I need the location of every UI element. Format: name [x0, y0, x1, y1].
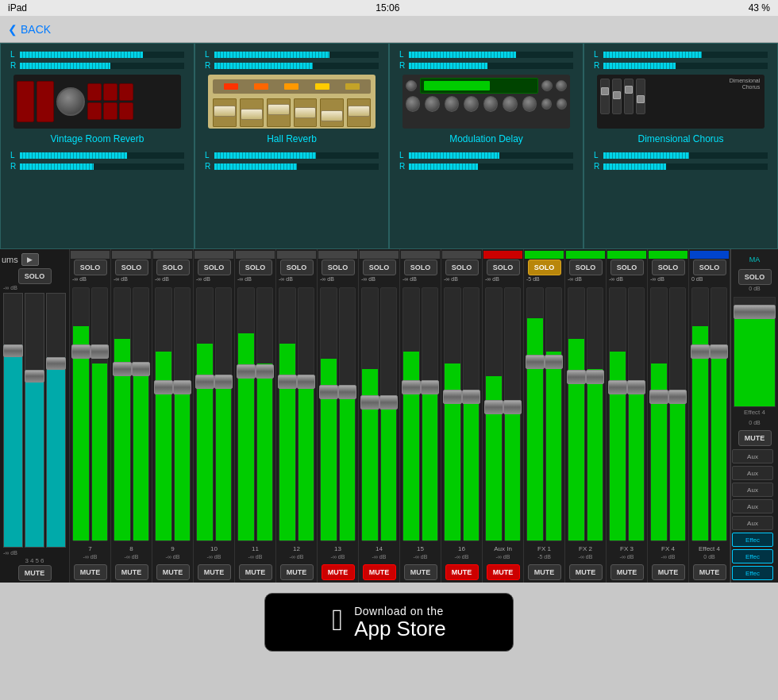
mute-btn-9[interactable]: MUTE [156, 564, 190, 580]
fader-thumb-7-0[interactable] [71, 344, 91, 359]
fader-track-Effect 4-0[interactable] [691, 287, 709, 541]
fader-track-13-1[interactable] [339, 287, 356, 541]
fader-track-14-0[interactable] [361, 287, 379, 541]
fader-track-7-1[interactable] [91, 287, 109, 541]
fader-thumb-FX 1-1[interactable] [545, 355, 564, 369]
fader-track-FX 1-0[interactable] [526, 287, 544, 541]
hr-fader-1[interactable] [213, 98, 237, 127]
hr-fader-2[interactable] [240, 98, 264, 127]
dc-slider-2[interactable] [612, 79, 622, 114]
mute-btn-16[interactable]: MUTE [445, 564, 479, 580]
md-knob-1[interactable] [406, 80, 417, 91]
mute-btn-Effect 4[interactable]: MUTE [693, 564, 726, 580]
md-knob-sm-extra-1[interactable] [541, 98, 552, 110]
mute-btn-7[interactable]: MUTE [74, 564, 107, 580]
device-vrr[interactable] [13, 75, 182, 129]
fader-track-8-0[interactable] [114, 287, 131, 541]
dc-slider-1[interactable] [600, 79, 610, 114]
md-knob-lg-3[interactable] [445, 96, 460, 112]
fader-track-16-0[interactable] [444, 287, 461, 541]
fader-track-9-1[interactable] [174, 287, 191, 541]
md-knob-lg-6[interactable] [503, 96, 518, 112]
fader-track-FX 4-0[interactable] [650, 287, 668, 541]
fader-thumb-11-1[interactable] [256, 364, 275, 379]
fader-track-FX 1-1[interactable] [545, 287, 563, 541]
fader-thumb-9-0[interactable] [154, 380, 173, 394]
md-knob-lg-4[interactable] [464, 96, 479, 112]
fader-thumb-10-1[interactable] [214, 375, 233, 389]
fader-thumb-FX 3-0[interactable] [608, 380, 627, 394]
fader-thumb-Aux In-1[interactable] [503, 400, 522, 414]
fader-thumb-Effect 4-1[interactable] [710, 344, 729, 359]
mini-fader-left-3[interactable] [46, 293, 66, 548]
fader-track-8-1[interactable] [133, 287, 150, 541]
fader-thumb-9-1[interactable] [173, 380, 192, 394]
mute-btn-11[interactable]: MUTE [239, 564, 272, 580]
solo-btn-7[interactable]: SOLO [74, 260, 107, 275]
device-md[interactable] [402, 75, 571, 129]
mini-fader-left-1[interactable] [3, 293, 23, 548]
mute-btn-10[interactable]: MUTE [198, 564, 231, 580]
fader-thumb-13-1[interactable] [338, 385, 357, 399]
fader-track-11-1[interactable] [256, 287, 274, 541]
fader-thumb-16-0[interactable] [443, 390, 462, 404]
fader-thumb-Aux In-0[interactable] [484, 400, 503, 414]
mute-btn-master[interactable]: MUTE [738, 430, 772, 446]
solo-btn-13[interactable]: SOLO [322, 260, 355, 275]
mute-btn-13[interactable]: MUTE [322, 564, 355, 580]
mini-fader-left-2[interactable] [25, 293, 44, 548]
fader-track-FX 4-1[interactable] [669, 287, 687, 541]
fader-track-Aux In-1[interactable] [504, 287, 522, 541]
fader-thumb-7-1[interactable] [91, 344, 110, 359]
back-button[interactable]: ❮ BACK [8, 23, 51, 36]
fader-thumb-15-1[interactable] [421, 380, 440, 394]
device-dc[interactable]: DimensionalChorus [597, 75, 765, 129]
fader-track-11-0[interactable] [237, 287, 255, 541]
solo-btn-8[interactable]: SOLO [115, 260, 148, 275]
fader-track-13-0[interactable] [320, 287, 337, 541]
fader-track-10-0[interactable] [196, 287, 214, 541]
mute-btn-left[interactable]: MUTE [18, 565, 52, 581]
hr-fader-3[interactable] [267, 98, 291, 127]
solo-btn-16[interactable]: SOLO [445, 260, 479, 275]
mute-btn-15[interactable]: MUTE [404, 564, 437, 580]
play-button[interactable]: ▶ [21, 253, 39, 266]
md-knob-lg-1[interactable] [406, 96, 421, 112]
mini-fader-thumb-2[interactable] [25, 370, 44, 383]
effect-panel-hr[interactable]: L R [194, 43, 389, 249]
mute-btn-14[interactable]: MUTE [363, 564, 396, 580]
master-fader-thumb[interactable] [734, 305, 776, 319]
solo-btn-9[interactable]: SOLO [156, 260, 190, 275]
solo-btn-FX 3[interactable]: SOLO [610, 260, 644, 275]
fader-thumb-12-0[interactable] [278, 375, 297, 389]
fader-thumb-11-0[interactable] [237, 364, 256, 379]
fader-track-12-1[interactable] [298, 287, 315, 541]
mute-btn-FX 3[interactable]: MUTE [610, 564, 644, 580]
aux-btn-1[interactable]: Aux [732, 449, 773, 463]
fader-track-16-1[interactable] [463, 287, 480, 541]
hr-fader-6[interactable] [347, 98, 371, 127]
mute-btn-Aux In[interactable]: MUTE [487, 564, 520, 580]
fader-track-12-0[interactable] [279, 287, 296, 541]
hr-fader-5[interactable] [320, 98, 344, 127]
solo-btn-12[interactable]: SOLO [280, 260, 314, 275]
master-fader-track[interactable] [734, 297, 776, 407]
aux-btn-2[interactable]: Aux [732, 466, 773, 480]
md-knob-sm-extra-2[interactable] [557, 98, 567, 110]
fader-thumb-14-0[interactable] [360, 395, 379, 410]
fader-thumb-FX 4-1[interactable] [668, 390, 687, 404]
fader-thumb-FX 2-0[interactable] [567, 370, 586, 384]
aux-btn-5[interactable]: Aux [732, 516, 773, 530]
aux-btn-4[interactable]: Aux [732, 499, 773, 513]
vrr-knob[interactable] [56, 87, 85, 116]
md-knob-3[interactable] [556, 80, 567, 91]
mute-btn-8[interactable]: MUTE [115, 564, 148, 580]
fader-track-7-0[interactable] [72, 287, 90, 541]
fader-track-15-0[interactable] [402, 287, 420, 541]
solo-btn-FX 1[interactable]: SOLO [528, 260, 561, 275]
fader-thumb-12-1[interactable] [297, 375, 316, 389]
fader-thumb-FX 4-0[interactable] [649, 390, 668, 404]
dc-slider-4[interactable] [636, 79, 645, 114]
fader-track-Aux In-0[interactable] [485, 287, 503, 541]
effect-panel-dc[interactable]: L R DimensionalChorus [584, 43, 778, 249]
